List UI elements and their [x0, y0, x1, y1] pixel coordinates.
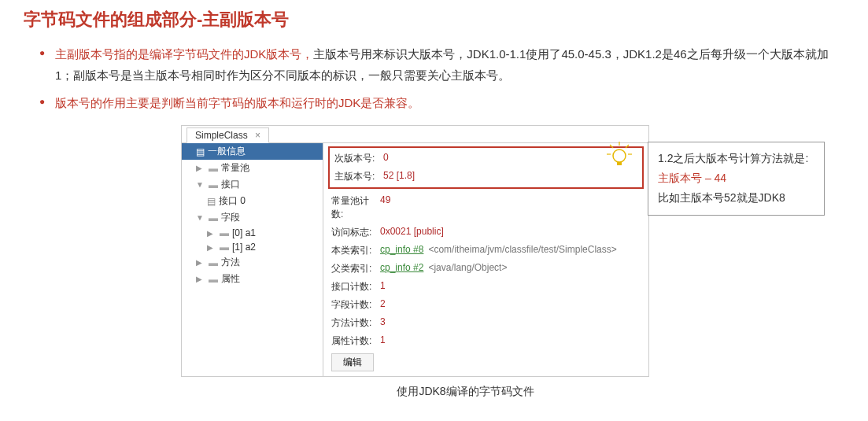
tree-label: 一般信息	[208, 145, 246, 158]
row-minor-version: 次版本号: 0	[334, 150, 637, 168]
folder-icon: ▬	[209, 163, 218, 174]
value: 1	[380, 334, 386, 348]
details-panel: 次版本号: 0 主版本号: 52 [1.8] 常量池计数: 49 访问标志: 0…	[323, 143, 648, 376]
close-icon[interactable]: ×	[255, 130, 260, 141]
infobox-line3: 比如主版本号52就是JDK8	[658, 188, 814, 208]
value: 49	[380, 194, 390, 221]
tree-attributes[interactable]: ▶ ▬ 属性	[182, 271, 323, 287]
tab-bar: SimpleClass ×	[182, 126, 648, 143]
tree-constant-pool[interactable]: ▶ ▬ 常量池	[182, 160, 323, 176]
page-title: 字节码文件的组成部分-主副版本号	[24, 8, 844, 31]
tree-label: [0] a1	[232, 227, 256, 238]
value: 0x0021 [public]	[380, 226, 444, 239]
classfile-panel: SimpleClass × ▤ 一般信息 ▶ ▬ 常量池 ▼ ▬ 接口	[181, 125, 649, 377]
tree-label: [1] a2	[232, 242, 256, 253]
collapse-icon[interactable]: ▼	[196, 180, 205, 189]
info-box: 1.2之后大版本号计算方法就是: 主版本号 – 44 比如主版本号52就是JDK…	[648, 142, 825, 216]
tree-fields[interactable]: ▼ ▬ 字段	[182, 209, 323, 226]
label: 方法计数:	[331, 316, 380, 330]
value-link[interactable]: cp_info #2	[380, 262, 423, 275]
tree-methods[interactable]: ▶ ▬ 方法	[182, 254, 323, 271]
label: 常量池计数:	[331, 194, 380, 221]
bullet-2: 版本号的作用主要是判断当前字节码的版本和运行时的JDK是否兼容。	[39, 92, 844, 113]
svg-point-5	[613, 150, 626, 162]
value: 0	[383, 152, 389, 165]
label: 本类索引:	[331, 244, 380, 257]
row-access-flags: 访问标志: 0x0021 [public]	[331, 223, 641, 242]
expand-icon[interactable]: ▶	[196, 164, 205, 172]
row-interface-count: 接口计数: 1	[331, 278, 641, 296]
svg-line-1	[610, 145, 613, 148]
panel-caption: 使用JDK8编译的字节码文件	[87, 385, 844, 399]
row-method-count: 方法计数: 3	[331, 314, 641, 332]
infobox-line2: 主版本号 – 44	[658, 168, 814, 188]
row-this-class: 本类索引: cp_info #8 <com/itheima/jvm/classf…	[331, 242, 641, 260]
file-icon: ▤	[207, 196, 216, 207]
row-super-class: 父类索引: cp_info #2 <java/lang/Object>	[331, 260, 641, 278]
edit-button[interactable]: 编辑	[331, 353, 374, 371]
value-extra: <com/itheima/jvm/classfile/test/SimpleCl…	[428, 244, 616, 257]
bullet-1-red: 主副版本号指的是编译字节码文件的JDK版本号，	[55, 47, 313, 61]
value: 3	[380, 316, 386, 330]
folder-icon: ▬	[209, 212, 218, 223]
folder-icon: ▬	[209, 257, 218, 268]
folder-icon: ▬	[220, 242, 229, 253]
value-link[interactable]: cp_info #8	[380, 244, 423, 257]
tree-label: 接口 0	[219, 194, 246, 208]
svg-rect-6	[617, 162, 622, 165]
expand-icon[interactable]: ▶	[207, 243, 216, 252]
row-cpool-count: 常量池计数: 49	[331, 192, 641, 223]
bullet-1: 主副版本号指的是编译字节码文件的JDK版本号，主版本号用来标识大版本号，JDK1…	[39, 43, 844, 86]
tree-label: 方法	[221, 256, 240, 269]
value: 1	[380, 280, 386, 294]
lightbulb-icon	[607, 142, 632, 175]
tree-interface-0[interactable]: ▤ 接口 0	[182, 193, 323, 209]
row-major-version: 主版本号: 52 [1.8]	[334, 168, 637, 186]
tree-label: 常量池	[221, 161, 249, 175]
label: 字段计数:	[331, 298, 380, 312]
collapse-icon[interactable]: ▼	[196, 213, 205, 222]
label: 接口计数:	[331, 280, 380, 294]
tree-general-info[interactable]: ▤ 一般信息	[182, 143, 323, 160]
label: 访问标志:	[331, 226, 380, 239]
bullet-list: 主副版本号指的是编译字节码文件的JDK版本号，主版本号用来标识大版本号，JDK1…	[24, 43, 844, 113]
row-field-count: 字段计数: 2	[331, 296, 641, 314]
tree-label: 接口	[221, 178, 240, 191]
tree-label: 字段	[221, 211, 240, 224]
bullet-2-red: 版本号的作用主要是判断当前字节码的版本和运行时的JDK是否兼容。	[55, 96, 419, 109]
svg-line-2	[626, 145, 629, 148]
expand-icon[interactable]: ▶	[207, 229, 216, 238]
value: 2	[380, 298, 386, 312]
expand-icon[interactable]: ▶	[196, 258, 205, 267]
row-attr-count: 属性计数: 1	[331, 332, 641, 350]
folder-icon: ▬	[220, 227, 229, 238]
tab-label: SimpleClass	[195, 130, 248, 141]
value: 52 [1.8]	[383, 170, 415, 183]
tree: ▤ 一般信息 ▶ ▬ 常量池 ▼ ▬ 接口 ▤ 接口 0	[182, 143, 323, 376]
version-highlight-box: 次版本号: 0 主版本号: 52 [1.8]	[328, 146, 644, 189]
tree-field-a1[interactable]: ▶ ▬ [0] a1	[182, 226, 323, 240]
tree-label: 属性	[221, 272, 240, 286]
label: 主版本号:	[334, 170, 383, 183]
label: 次版本号:	[334, 152, 383, 165]
value-extra: <java/lang/Object>	[428, 262, 507, 275]
label: 属性计数:	[331, 334, 380, 348]
infobox-line1: 1.2之后大版本号计算方法就是:	[658, 149, 814, 168]
expand-icon[interactable]: ▶	[196, 275, 205, 283]
file-icon: ▤	[196, 146, 205, 157]
folder-icon: ▬	[209, 179, 218, 190]
tree-field-a2[interactable]: ▶ ▬ [1] a2	[182, 240, 323, 254]
folder-icon: ▬	[209, 274, 218, 285]
label: 父类索引:	[331, 262, 380, 275]
tree-interfaces[interactable]: ▼ ▬ 接口	[182, 176, 323, 193]
tab-simpleclass[interactable]: SimpleClass ×	[187, 127, 269, 143]
